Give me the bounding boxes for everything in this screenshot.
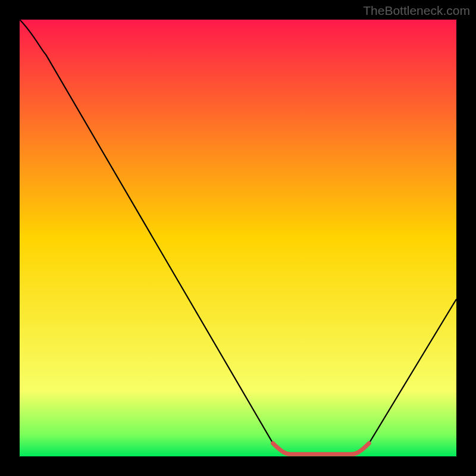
gradient-background — [20, 20, 456, 456]
chart-container: TheBottleneck.com — [0, 0, 476, 476]
watermark-text: TheBottleneck.com — [363, 4, 470, 18]
chart-svg — [20, 20, 456, 456]
plot-area — [20, 20, 456, 456]
